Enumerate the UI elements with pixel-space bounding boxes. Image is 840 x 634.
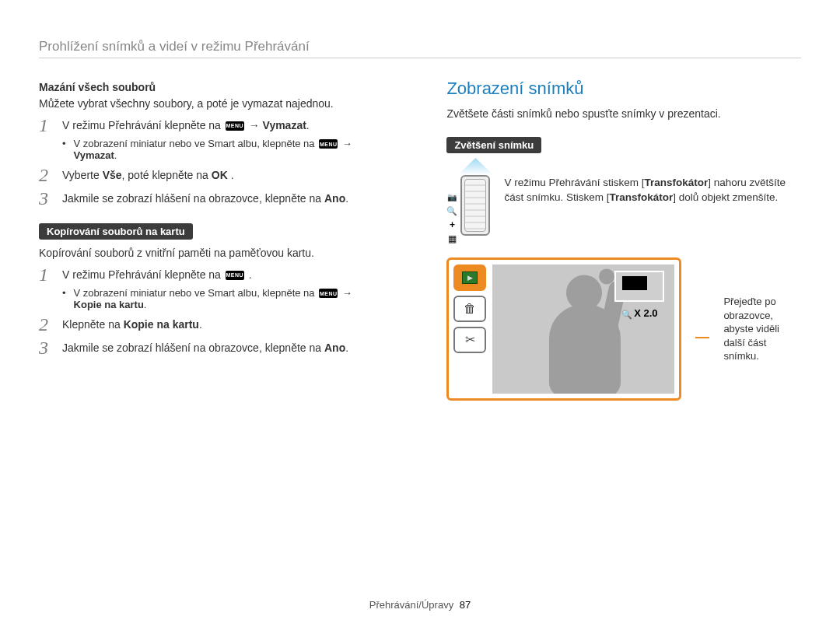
- copy-step1: V režimu Přehrávání klepněte na MENU .: [62, 267, 411, 282]
- delete-step3: Jakmile se zobrazí hlášení na obrazovce,…: [62, 191, 411, 206]
- copy-step2: Klepněte na Kopie na kartu.: [62, 317, 411, 332]
- delete-all-intro: Můžete vybrat všechny soubory, a poté je…: [39, 96, 411, 111]
- menu-icon: MENU: [226, 271, 244, 280]
- step-number-1: 1: [39, 265, 53, 284]
- section-title: Prohlížení snímků a videí v režimu Přehr…: [39, 39, 801, 58]
- copy-step3: Jakmile se zobrazí hlášení na obrazovce,…: [62, 340, 411, 356]
- menu-icon: MENU: [319, 289, 338, 298]
- copy-heading-pill: Kopírování souborů na kartu: [39, 223, 193, 240]
- camera-icon: [447, 192, 457, 201]
- play-icon: [453, 264, 486, 291]
- step-number-3: 3: [39, 338, 53, 357]
- zoom-dial-icon: [460, 175, 490, 236]
- menu-icon: MENU: [319, 139, 338, 149]
- copy-intro: Kopírování souborů z vnitřní paměti na p…: [39, 246, 411, 261]
- ok-icon: OK: [212, 169, 228, 181]
- copy-step1-note: • V zobrazení miniatur nebo ve Smart alb…: [62, 287, 411, 310]
- step-number-2: 2: [39, 166, 53, 184]
- zoom-control-illustration: [446, 175, 490, 243]
- lcd-preview: 🗑 ✂: [446, 257, 681, 401]
- right-column: Zobrazení snímků Zvětšete části snímků n…: [446, 79, 801, 599]
- trash-icon: 🗑: [453, 296, 486, 322]
- right-title: Zobrazení snímků: [446, 79, 801, 99]
- lcd-caption: Přejeďte po obrazovce, abyste viděli dal…: [723, 295, 801, 363]
- delete-step1-note: • V zobrazení miniatur nebo ve Smart alb…: [62, 138, 411, 161]
- left-column: Mazání všech souborů Můžete vybrat všech…: [39, 79, 411, 599]
- plus-icon: [450, 220, 455, 229]
- menu-icon: MENU: [226, 121, 244, 131]
- delete-all-heading: Mazání všech souborů: [39, 80, 411, 95]
- callout-line: [695, 337, 709, 338]
- thumbnail-frame-icon: [614, 271, 664, 302]
- step-number-2: 2: [39, 315, 53, 334]
- zoom-instruction: V režimu Přehrávání stiskem [Transfokáto…: [504, 175, 801, 205]
- zoom-heading-pill: Zvětšení snímku: [446, 137, 541, 153]
- scissors-icon: ✂: [453, 327, 486, 353]
- step-number-1: 1: [39, 116, 53, 135]
- grid-icon: [448, 234, 457, 243]
- magnifier-icon: [621, 306, 632, 320]
- up-arrow-icon: [457, 158, 493, 175]
- delete-step1: V režimu Přehrávání klepněte na MENU → V…: [62, 117, 411, 133]
- zoom-level: X 2.0: [621, 306, 657, 320]
- step-number-3: 3: [39, 189, 53, 208]
- delete-step2: Vyberte Vše, poté klepněte na OK .: [62, 167, 411, 183]
- search-icon: [446, 206, 457, 215]
- right-intro: Zvětšete části snímků nebo spusťte snímk…: [446, 107, 801, 121]
- page-footer: Přehrávání/Úpravy 87: [39, 599, 801, 611]
